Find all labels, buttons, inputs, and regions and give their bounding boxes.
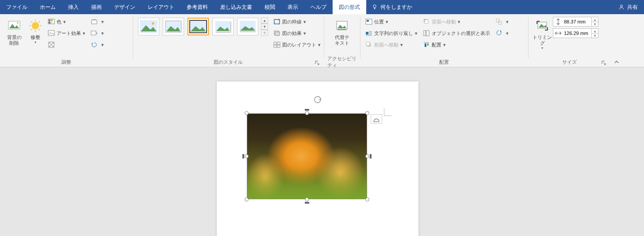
tab-mailings[interactable]: 差し込み文書 (214, 0, 258, 14)
group-accessibility-label: アクセシビリティ (327, 55, 356, 69)
resize-handle-l[interactable] (245, 155, 249, 159)
wrap-text-button[interactable]: 文字列の折り返し ▾ (364, 27, 419, 39)
picture-layout-button[interactable]: 図のレイアウト ▾ (272, 39, 322, 50)
chevron-down-icon: ▾ (458, 19, 460, 25)
crop-mark-left[interactable] (242, 154, 244, 159)
alt-text-button[interactable]: 代替テ キスト (331, 16, 353, 46)
width-spin-up[interactable]: ▴ (592, 29, 598, 33)
crop-icon (535, 19, 549, 33)
style-thumb-4[interactable] (212, 18, 234, 35)
corrections-label: 修整 (31, 35, 40, 40)
artistic-effects-button[interactable]: アート効果 ▾ (46, 27, 87, 39)
svg-rect-62 (426, 31, 429, 36)
transparency-button[interactable] (46, 39, 87, 50)
style-thumb-2[interactable] (163, 18, 184, 35)
gallery-more[interactable]: ▿ (261, 30, 268, 36)
tab-layout[interactable]: レイアウト (142, 0, 180, 14)
gallery-scroll-down[interactable]: ▾ (261, 23, 268, 30)
page[interactable] (217, 81, 418, 236)
height-spin-up[interactable]: ▴ (592, 17, 598, 22)
send-backward-button[interactable]: 背面へ移動 ▾ (421, 16, 492, 27)
crop-mark-top[interactable] (305, 109, 309, 111)
crop-mark-right[interactable] (370, 154, 372, 159)
resize-handle-br[interactable] (365, 197, 369, 201)
selection-pane-button[interactable]: オブジェクトの選択と表示 (421, 27, 492, 39)
styles-dialog-launcher[interactable] (314, 60, 320, 66)
tab-references[interactable]: 参考資料 (180, 0, 214, 14)
share-button[interactable]: 共有 (612, 0, 644, 14)
position-button[interactable]: 位置 ▾ (364, 16, 419, 27)
svg-rect-58 (366, 42, 370, 46)
tab-design[interactable]: デザイン (108, 0, 142, 14)
reset-picture-button[interactable]: ▾ (89, 39, 106, 50)
svg-rect-23 (50, 44, 52, 46)
resize-handle-tl[interactable] (245, 111, 249, 115)
tab-label: ヘルプ (310, 4, 326, 11)
style-thumb-1[interactable] (138, 18, 159, 35)
reset-icon (91, 41, 98, 48)
tell-me-search[interactable]: 何をしますか (366, 0, 418, 14)
svg-rect-46 (277, 45, 280, 47)
style-thumb-3[interactable] (188, 18, 209, 35)
layout-options-flyout[interactable] (371, 114, 382, 124)
tab-label: 挿入 (68, 4, 79, 11)
svg-rect-65 (427, 43, 429, 46)
tab-help[interactable]: ヘルプ (304, 0, 333, 14)
tab-insert[interactable]: 挿入 (62, 0, 85, 14)
change-picture-button[interactable]: ▾ (89, 27, 106, 39)
selected-picture[interactable] (247, 113, 367, 199)
resize-handle-r[interactable] (365, 155, 369, 159)
svg-line-12 (31, 29, 32, 30)
width-input[interactable] (563, 31, 591, 36)
group-picture-styles: ▴ ▾ ▿ 図の枠線 ▾ 図の効果 ▾ 図のレイアウト (133, 14, 324, 67)
resize-handle-t[interactable] (305, 111, 309, 115)
tab-home[interactable]: ホーム (34, 0, 62, 14)
tab-picture-format[interactable]: 図の形式 (333, 0, 366, 14)
svg-rect-42 (275, 32, 280, 35)
picture-border-button[interactable]: 図の枠線 ▾ (272, 16, 322, 27)
style-thumb-5[interactable] (237, 18, 258, 35)
height-spin-down[interactable]: ▾ (592, 22, 598, 26)
resize-handle-b[interactable] (305, 197, 309, 201)
group-objects-button[interactable]: ▾ (494, 16, 510, 27)
lightbulb-icon (372, 4, 378, 10)
resize-handle-bl[interactable] (245, 197, 249, 201)
picture-layout-icon (273, 41, 280, 48)
tab-label: ホーム (40, 4, 56, 11)
corrections-button[interactable]: 修整 ▾ (25, 16, 46, 45)
align-button[interactable]: 配置 ▾ (421, 39, 492, 50)
document-canvas[interactable] (0, 67, 644, 236)
size-dialog-launcher[interactable] (601, 60, 607, 66)
tab-view[interactable]: 表示 (281, 0, 304, 14)
svg-rect-52 (366, 32, 368, 35)
crop-button[interactable]: トリミング ▾ (532, 16, 553, 50)
svg-rect-49 (337, 29, 346, 30)
resize-handle-tr[interactable] (365, 111, 369, 115)
tell-me-placeholder: 何をしますか (380, 4, 412, 11)
remove-background-label: 背景の 削除 (7, 35, 22, 46)
tab-file[interactable]: ファイル (0, 0, 34, 14)
color-button[interactable]: 色 ▾ (46, 16, 87, 27)
crop-mark-bottom[interactable] (305, 202, 309, 204)
gallery-scroll-up[interactable]: ▴ (261, 17, 268, 23)
remove-background-icon (7, 19, 21, 33)
collapse-ribbon-button[interactable] (610, 14, 623, 67)
remove-background-button[interactable]: 背景の 削除 (4, 16, 25, 46)
tab-label: ファイル (6, 4, 27, 11)
wrap-icon (365, 30, 372, 37)
picture-effects-label: 図の効果 (282, 30, 302, 37)
rotate-button[interactable]: ▾ (494, 27, 510, 39)
compress-icon (91, 18, 98, 25)
tab-label: 差し込み文書 (220, 4, 252, 11)
rotate-handle[interactable] (313, 95, 322, 104)
crop-label: トリミング (532, 35, 553, 46)
height-input[interactable] (563, 19, 591, 24)
tab-draw[interactable]: 描画 (85, 0, 108, 14)
compress-pictures-button[interactable]: ▾ (89, 16, 106, 27)
tab-review[interactable]: 校閲 (258, 0, 281, 14)
tab-label: レイアウト (148, 4, 174, 11)
group-adjust-label: 調整 (61, 59, 71, 66)
picture-effects-button[interactable]: 図の効果 ▾ (272, 27, 322, 39)
width-spin-down[interactable]: ▾ (592, 33, 598, 38)
bring-forward-button[interactable]: 前面へ移動 ▾ (364, 39, 419, 50)
